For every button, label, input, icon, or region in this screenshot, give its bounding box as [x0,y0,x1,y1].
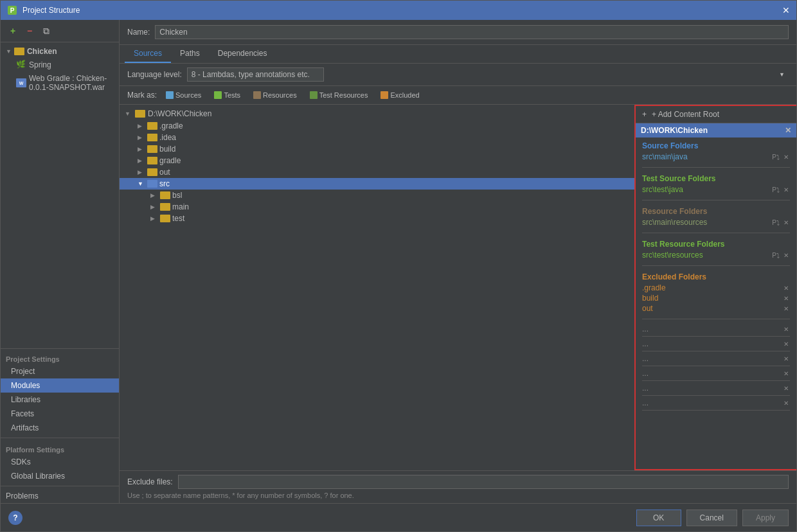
mark-sources-button[interactable]: Sources [162,90,205,100]
right-panel: + + Add Content Root D:\WORK\Chicken ✕ S… [634,105,796,470]
ft-root-item[interactable]: ▼ D:\WORK\Chicken [120,107,634,120]
extra-row-remove-btn-5[interactable]: ✕ [782,399,790,407]
sidebar-item-global-libraries[interactable]: Global Libraries [1,469,119,483]
folder-icon [147,145,157,153]
excluded-folder-remove-btn-0[interactable]: ✕ [782,284,790,292]
sidebar-item-modules[interactable]: Modules [1,378,119,393]
apply-button[interactable]: Apply [742,510,789,526]
language-select-wrapper: 8 - Lambdas, type annotations etc. [187,67,789,82]
resource-folder-remove-btn[interactable]: ✕ [782,218,790,227]
platform-settings-section: Platform Settings SDKs Global Libraries [1,441,119,483]
tree-root-chicken[interactable]: ▼ Chicken [1,45,119,58]
copy-module-button[interactable]: ⧉ [39,24,53,38]
cancel-button[interactable]: Cancel [686,510,737,526]
rp-separator-5 [642,319,790,319]
add-module-button[interactable]: + [6,24,20,38]
test-source-folder-label: src\test\java [642,185,683,194]
tree-item-war[interactable]: W Web Gradle : Chicken-0.0.1-SNAPSHOT.wa… [1,72,119,94]
app-icon: P [7,5,17,15]
ft-item-gradle[interactable]: ▶ .gradle [120,120,634,132]
mark-tests-button[interactable]: Tests [210,90,244,100]
extra-row-remove-btn-4[interactable]: ✕ [782,384,790,393]
extra-row-remove-btn-3[interactable]: ✕ [782,369,790,378]
ft-item-main[interactable]: ▶ main [120,201,634,213]
rp-separator-3 [642,233,790,233]
ft-item-label: bsl [172,191,182,200]
test-resource-folder-remove-btn[interactable]: ✕ [782,251,790,260]
ft-item-label: .gradle [159,121,183,130]
extra-row-label: ... [642,339,649,348]
test-resource-folders-section: Test Resource Folders src\test\resources… [636,236,796,263]
ft-item-idea[interactable]: ▶ .idea [120,132,634,143]
war-icon: W [16,78,26,87]
excluded-folder-row-0: .gradle ✕ [642,283,790,293]
test-source-folder-remove-btn[interactable]: ✕ [782,186,790,194]
ft-item-out[interactable]: ▶ out [120,166,634,178]
ft-root-label: D:\WORK\Chicken [148,109,211,118]
plus-icon: + [642,110,647,119]
ok-button[interactable]: OK [636,510,681,526]
test-source-folder-properties-btn[interactable]: P⤵ [771,186,781,194]
resources-color-icon [253,91,261,99]
excluded-folder-row-2: out ✕ [642,303,790,314]
ft-item-label: build [159,145,175,154]
module-name-input[interactable] [155,25,789,39]
resource-folder-row-0: src\main\resources P⤵ ✕ [642,217,790,227]
ft-item-label: gradle [159,156,181,165]
project-settings-section: Project Settings Project Modules Librari… [1,351,119,435]
extra-row-remove-btn-0[interactable]: ✕ [782,325,790,333]
extra-row-1: ... ✕ [642,337,790,351]
tree-root-label: Chicken [27,47,57,56]
sidebar-item-problems[interactable]: Problems [1,489,119,503]
language-level-select[interactable]: 8 - Lambdas, type annotations etc. [187,67,324,82]
sidebar-item-facets[interactable]: Facets [1,407,119,421]
add-content-root-button[interactable]: + + Add Content Root [636,106,796,123]
ft-item-label: src [159,179,170,188]
sidebar-item-sdks[interactable]: SDKs [1,455,119,469]
tree-item-spring[interactable]: 🌿 Spring [1,58,119,72]
ft-item-test[interactable]: ▶ test [120,213,634,224]
source-folders-title: Source Folders [642,141,790,150]
language-bar: Language level: 8 - Lambdas, type annota… [120,64,796,86]
rp-separator-2 [642,200,790,200]
help-button[interactable]: ? [8,511,22,525]
sidebar-item-project[interactable]: Project [1,364,119,378]
exclude-hint: Use ; to separate name patterns, * for a… [127,492,789,499]
language-level-label: Language level: [127,70,182,79]
tab-paths[interactable]: Paths [171,45,209,63]
tab-sources[interactable]: Sources [125,45,171,63]
extra-row-remove-btn-1[interactable]: ✕ [782,340,790,348]
mark-test-resources-button[interactable]: Test Resources [306,90,372,100]
ft-item-src[interactable]: ▼ src [120,178,634,190]
test-resource-folder-properties-btn[interactable]: P⤵ [771,251,781,260]
excluded-folders-section: Excluded Folders .gradle ✕ build ✕ out ✕ [636,269,796,316]
close-icon[interactable]: ✕ [782,5,790,15]
excluded-folder-remove-btn-1[interactable]: ✕ [782,294,790,303]
folder-icon [14,48,24,55]
content-root-label: D:\WORK\Chicken [641,126,708,135]
tab-dependencies[interactable]: Dependencies [209,45,276,63]
content-root-item: D:\WORK\Chicken ✕ [636,123,796,137]
sidebar-item-artifacts[interactable]: Artifacts [1,421,119,435]
bottom-bar: Exclude files: Use ; to separate name pa… [120,470,796,503]
tabs-bar: Sources Paths Dependencies [120,45,796,64]
source-folder-remove-btn[interactable]: ✕ [782,153,790,161]
tree-item-label: Web Gradle : Chicken-0.0.1-SNAPSHOT.war [29,74,114,92]
source-folder-label: src\main\java [642,152,688,161]
ft-item-gradle-dir[interactable]: ▶ gradle [120,155,634,166]
exclude-files-input[interactable] [178,475,789,489]
extra-row-remove-btn-2[interactable]: ✕ [782,355,790,363]
resource-folder-properties-btn[interactable]: P⤵ [771,218,781,227]
excluded-folder-remove-btn-2[interactable]: ✕ [782,305,790,313]
ft-item-build[interactable]: ▶ build [120,143,634,155]
svg-text:P: P [10,7,15,14]
mark-test-resources-label: Test Resources [319,91,368,99]
sidebar-item-libraries[interactable]: Libraries [1,393,119,407]
ft-item-bsl[interactable]: ▶ bsl [120,190,634,201]
mark-excluded-button[interactable]: Excluded [377,90,423,100]
mark-resources-button[interactable]: Resources [249,90,301,100]
source-folder-properties-btn[interactable]: P⤵ [771,153,781,161]
close-icon[interactable]: ✕ [785,126,791,135]
excluded-folder-label: .gradle [642,283,666,292]
remove-module-button[interactable]: − [22,24,37,38]
